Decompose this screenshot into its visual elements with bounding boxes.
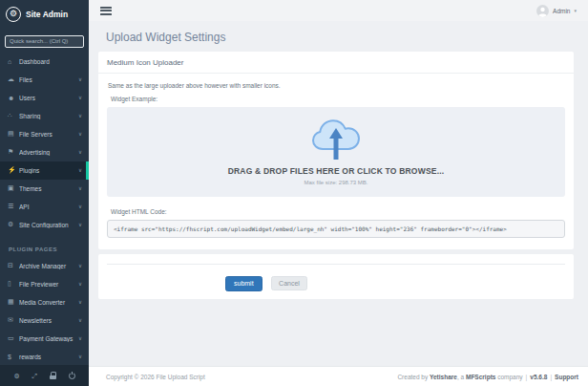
footer-credits: Created by Yetishare, a MFScripts compan… [397, 374, 578, 380]
separator: | [526, 374, 528, 380]
page-title: Upload Widget Settings [106, 31, 588, 44]
user-menu[interactable]: Admin ▾ [536, 5, 577, 17]
sidebar-item-payment-gateways[interactable]: ▭ Payment Gateways ∨ [0, 330, 89, 348]
sidebar-item-plugins[interactable]: ⚡ Plugins ∨ [0, 161, 89, 180]
server-icon: ▤ [8, 130, 19, 138]
medium-icon-uploader-card: Medium Icon Uploader Same as the large u… [98, 52, 574, 249]
created-by-text: Created by [397, 374, 428, 380]
sidebar-item-label: Themes [19, 185, 78, 192]
envelope-icon: ✉ [8, 316, 19, 324]
sidebar-item-users[interactable]: ☻ Users ∨ [0, 89, 89, 107]
sidebar-item-media-converter[interactable]: ▦ Media Converter ∨ [0, 293, 89, 311]
chevron-down-icon: ∨ [78, 131, 82, 137]
sidebar-item-sharing[interactable]: ∴ Sharing ∨ [0, 107, 89, 125]
sidebar-item-label: File Servers [19, 131, 78, 138]
chevron-down-icon: ∨ [78, 222, 82, 227]
widget-html-code-label: Widget HTML Code: [111, 208, 565, 215]
power-icon[interactable] [69, 373, 75, 379]
sidebar-item-label: Site Configuration [19, 222, 78, 228]
sidebar-item-label: API [19, 204, 78, 210]
expand-icon[interactable]: ⤢ [32, 373, 37, 379]
sidebar-item-newsletters[interactable]: ✉ Newsletters ∨ [0, 311, 89, 330]
widget-html-code-field[interactable]: <iframe src="https://fhscript.com/upload… [107, 220, 565, 238]
footer: Copyright © 2026 File Upload Script Crea… [89, 366, 588, 386]
separator: | [550, 374, 552, 380]
users-icon: ☻ [8, 95, 19, 101]
chevron-down-icon: ▾ [574, 8, 577, 13]
sidebar-item-label: Advertising [19, 149, 78, 156]
dropzone-main-text: DRAG & DROP FILES HERE OR CLICK TO BROWS… [228, 166, 445, 176]
lock-icon[interactable] [50, 372, 56, 379]
yetishare-link[interactable]: Yetishare [430, 374, 457, 380]
sidebar-item-rewards[interactable]: $ rewards ∨ [0, 348, 89, 366]
plug-icon: ⚡ [8, 166, 19, 174]
card-description: Same as the large uploader above however… [108, 82, 565, 89]
sidebar-item-files[interactable]: ☁ Files ∨ [0, 71, 89, 89]
menu-toggle-icon[interactable] [100, 5, 112, 16]
chevron-down-icon: ∨ [78, 149, 82, 155]
brand: ⚙ Site Admin [0, 0, 89, 28]
mfscripts-link[interactable]: MFScripts [466, 374, 495, 380]
chevron-down-icon: ∨ [78, 167, 82, 173]
sidebar: ⚙ Site Admin ⌂ Dashboard ☁ Files ∨ ☻ Use… [0, 0, 89, 386]
sidebar-item-label: Users [19, 95, 78, 101]
dropzone-max-size-text: Max file size: 298.73 MB. [304, 180, 368, 185]
topbar: Admin ▾ [89, 0, 588, 21]
upload-dropzone[interactable]: DRAG & DROP FILES HERE OR CLICK TO BROWS… [107, 107, 565, 197]
sidebar-item-label: Files [19, 76, 78, 83]
chevron-down-icon: ∨ [78, 335, 82, 341]
archive-icon: ⊟ [8, 262, 19, 269]
upload-cloud-icon [311, 119, 361, 161]
image-icon: ▣ [8, 184, 19, 192]
chevron-down-icon: ∨ [78, 76, 82, 82]
sidebar-search [5, 30, 84, 48]
sidebar-item-label: Payment Gateways [19, 335, 78, 342]
sidebar-item-label: Newsletters [19, 317, 78, 324]
file-icon: ▯ [8, 280, 19, 288]
sidebar-footer-bar: ⚙ ⤢ [0, 365, 89, 386]
chevron-down-icon: ∨ [78, 281, 82, 287]
copyright-text: Copyright © 2026 File Upload Script [106, 374, 205, 380]
chevron-down-icon: ∨ [78, 113, 82, 118]
gear-icon[interactable]: ⚙ [13, 373, 19, 379]
chevron-down-icon: ∨ [78, 354, 82, 359]
support-link[interactable]: Support [555, 374, 578, 380]
sidebar-item-archive-manager[interactable]: ⊟ Archive Manager ∨ [0, 257, 89, 275]
card-title: Medium Icon Uploader [98, 52, 574, 74]
chevron-down-icon: ∨ [78, 185, 82, 191]
content: Medium Icon Uploader Same as the large u… [89, 44, 588, 299]
avatar [536, 5, 549, 17]
sidebar-item-label: Media Converter [19, 299, 78, 306]
chevron-down-icon: ∨ [78, 263, 82, 268]
chevron-down-icon: ∨ [78, 299, 82, 305]
brand-logo-icon: ⚙ [6, 7, 21, 22]
sidebar-item-label: File Previewer [19, 281, 78, 288]
sidebar-item-themes[interactable]: ▣ Themes ∨ [0, 180, 89, 198]
money-icon: $ [8, 354, 19, 360]
credit-card-icon: ▭ [8, 334, 19, 342]
sidebar-item-label: Archive Manager [19, 263, 78, 269]
company-text: company [497, 374, 522, 380]
sidebar-item-label: rewards [19, 354, 78, 360]
form-actions-card: submit Cancel [98, 254, 574, 299]
brand-name: Site Admin [26, 10, 68, 19]
form-actions: submit Cancel [107, 264, 565, 291]
gear-icon: ⚙ [8, 221, 19, 228]
sidebar-item-file-servers[interactable]: ▤ File Servers ∨ [0, 125, 89, 143]
home-icon: ⌂ [8, 58, 19, 65]
sidebar-item-file-previewer[interactable]: ▯ File Previewer ∨ [0, 275, 89, 293]
cancel-button[interactable]: Cancel [271, 276, 307, 290]
sidebar-item-dashboard[interactable]: ⌂ Dashboard [0, 53, 89, 71]
cloud-icon: ☁ [8, 75, 19, 83]
book-icon: ☰ [8, 203, 19, 210]
sidebar-item-site-configuration[interactable]: ⚙ Site Configuration ∨ [0, 216, 89, 234]
submit-button[interactable]: submit [225, 276, 262, 291]
sidebar-item-advertising[interactable]: ⚑ Advertising ∨ [0, 143, 89, 161]
sidebar-item-api[interactable]: ☰ API ∨ [0, 198, 89, 216]
card-body: Same as the large uploader above however… [98, 74, 574, 249]
chevron-down-icon: ∨ [78, 95, 82, 100]
search-input[interactable] [5, 35, 84, 48]
sidebar-item-label: Sharing [19, 113, 78, 119]
chevron-down-icon: ∨ [78, 204, 82, 209]
sidebar-section-plugin-pages: PLUGIN PAGES [0, 234, 89, 257]
